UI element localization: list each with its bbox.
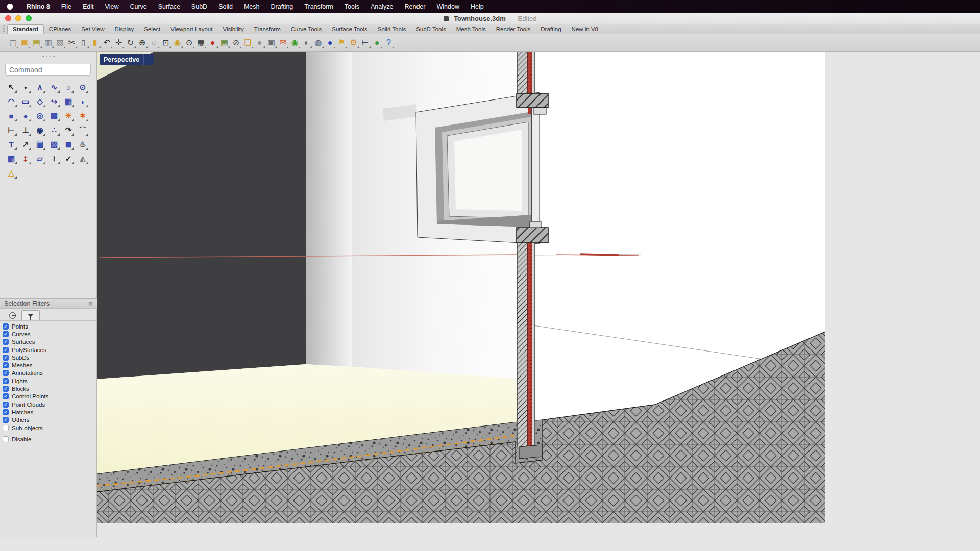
toolbar-tab[interactable]: Mesh Tools (451, 25, 491, 34)
panel-drag-handle[interactable] (0, 52, 96, 61)
checkbox[interactable] (3, 378, 9, 384)
perspective-viewport[interactable]: Perspective (97, 52, 825, 523)
objects-filter-tab[interactable] (3, 310, 21, 320)
extrude-tool[interactable]: ◭ (76, 152, 90, 166)
display-shaded-icon[interactable]: ◐ (301, 36, 312, 49)
viewport-menu-button[interactable] (143, 54, 154, 65)
menu-item[interactable]: Mesh (238, 0, 265, 13)
dimension-icon[interactable]: ⊢ (359, 36, 371, 49)
menu-item[interactable]: Help (465, 0, 489, 13)
menu-item[interactable]: View (100, 0, 125, 13)
paneling-tool[interactable]: ▩ (47, 109, 61, 123)
toolbar-tab[interactable]: Display (110, 25, 139, 34)
cplane-icon[interactable]: ⊘ (230, 36, 242, 49)
car-icon[interactable]: ● (207, 36, 218, 49)
zoom-target-icon[interactable]: ⊙ (183, 36, 195, 49)
checkbox[interactable] (3, 402, 9, 408)
zoom-window-icon[interactable]: ⊡ (160, 36, 172, 49)
menu-item[interactable]: SubD (186, 0, 213, 13)
shear-tool[interactable]: ▱ (33, 152, 47, 166)
command-input[interactable] (5, 64, 91, 76)
zoom-extents-icon[interactable]: ⊕ (136, 36, 148, 49)
display-wireframe-icon[interactable]: ◍ (312, 36, 324, 49)
toolbar-tab[interactable]: Standard (7, 24, 44, 34)
curved-surface-tool[interactable]: ◗ (76, 94, 90, 109)
checkbox[interactable] (3, 393, 9, 399)
viewport-title-badge[interactable]: Perspective (100, 54, 154, 65)
filter-row[interactable]: Surfaces (3, 338, 97, 346)
web-globe-icon[interactable]: ● (371, 36, 383, 49)
checkbox[interactable] (3, 425, 9, 431)
curve-blend-tool[interactable]: ↪ (47, 94, 61, 109)
split-tool[interactable]: ⊥ (18, 123, 33, 137)
emap-tool[interactable]: ♨ (76, 137, 90, 152)
checkbox[interactable] (3, 355, 9, 361)
trim-tool[interactable]: ⊢ (4, 123, 18, 137)
mesh-icon[interactable]: ▦ (218, 36, 230, 49)
menu-item[interactable]: Solid (213, 0, 238, 13)
panel-splitter[interactable] (0, 25, 7, 34)
ellipse-tool[interactable]: ⊙ (76, 80, 90, 94)
lasso-tool[interactable]: △ (4, 166, 18, 180)
surface-grid-tool[interactable]: ▦ (61, 94, 76, 109)
grid-array-tool[interactable]: ▦ (4, 152, 18, 166)
curve-tool[interactable]: ∿ (47, 80, 61, 94)
move-scale-tool[interactable]: ↗ (18, 137, 33, 152)
toolbar-tab[interactable]: Viewport Layout (165, 25, 217, 34)
filter-row[interactable]: SubDs (3, 354, 97, 361)
toolbar-tab[interactable]: CPlanes (44, 25, 76, 34)
checkbox[interactable] (3, 331, 9, 337)
sphere-icon[interactable]: ● (254, 36, 265, 49)
menu-item[interactable]: Curve (124, 0, 152, 13)
disable-filter-row[interactable]: Disable (3, 435, 94, 443)
blend-tool[interactable]: ⌒ (76, 123, 90, 137)
checkbox[interactable] (3, 339, 9, 345)
checkbox[interactable] (3, 417, 9, 423)
print-icon[interactable]: ▥ (42, 36, 54, 49)
export-icon[interactable]: ▧ (54, 36, 66, 49)
menu-item[interactable]: Edit (77, 0, 100, 13)
zoom-dynamic-icon[interactable]: ◌ (148, 36, 160, 49)
polygon-tool[interactable]: ◇ (33, 94, 47, 109)
menu-item[interactable]: Window (431, 0, 464, 13)
checkbox[interactable] (3, 409, 9, 415)
paste-icon[interactable]: ▮ (89, 36, 101, 49)
rectangle-tool[interactable]: ▭ (18, 94, 33, 109)
toolbar-tab[interactable]: SubD Tools (411, 25, 451, 34)
save-icon[interactable]: ▤ (31, 36, 42, 49)
filter-row[interactable]: Hatches (3, 408, 97, 416)
solid-cube-tool[interactable]: ◼ (61, 137, 76, 152)
section-tool[interactable]: ‡ (18, 152, 33, 166)
array-blocks-tool[interactable]: ▣ (33, 137, 47, 152)
torus-tool[interactable]: ◎ (33, 109, 47, 123)
menu-item[interactable]: Render (399, 0, 431, 13)
filter-row[interactable]: Control Points (3, 393, 97, 400)
polyline-tool[interactable]: ∧ (33, 80, 47, 94)
toolbar-tab[interactable]: Curve Tools (286, 25, 327, 34)
gears-icon[interactable]: ⚙ (348, 36, 359, 49)
render-icon[interactable]: ✉ (277, 36, 289, 49)
filter-row[interactable]: Others (3, 416, 97, 424)
hatch-tool[interactable]: ▨ (47, 137, 61, 152)
select-tool[interactable]: ↖ (4, 80, 18, 94)
explode-tool[interactable]: ✳ (61, 109, 76, 123)
menu-item[interactable]: Rhino 8 (21, 0, 56, 13)
fillet-tool[interactable]: ↷ (61, 123, 76, 137)
checkbox[interactable] (3, 370, 9, 376)
checkbox[interactable] (3, 347, 9, 353)
deform-tool[interactable]: ✶ (76, 109, 90, 123)
toolbar-tab[interactable]: Render Tools (491, 25, 536, 34)
box-tool[interactable]: ■ (4, 109, 18, 123)
boolean-tool[interactable]: ◉ (33, 123, 47, 137)
undo-icon[interactable]: ↶ (101, 36, 113, 49)
gear-icon[interactable]: ⚙ (88, 300, 93, 307)
toolbar-tab[interactable]: Set View (76, 25, 109, 34)
toolbar-tab[interactable]: Select (139, 25, 165, 34)
point-tool[interactable]: • (18, 80, 33, 94)
toolbar-tab[interactable]: Transform (249, 25, 286, 34)
checkbox[interactable] (3, 323, 9, 330)
menu-item[interactable]: Tools (339, 0, 365, 13)
funnel-filter-tab[interactable] (21, 310, 40, 320)
filter-row[interactable]: Blocks (3, 385, 97, 392)
menu-item[interactable]: Analyze (365, 0, 399, 13)
